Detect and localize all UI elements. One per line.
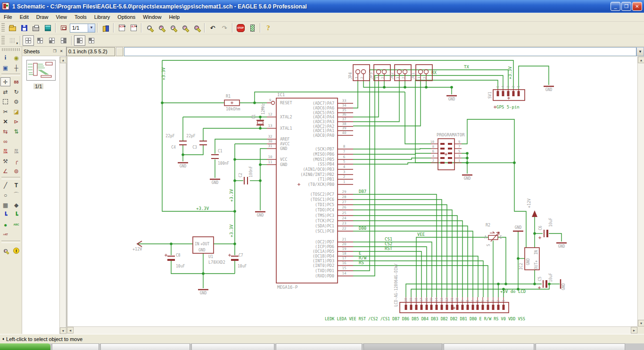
window-layout-1-button[interactable] (23, 35, 34, 46)
errors-tool[interactable]: ! (11, 246, 21, 255)
close-panel-button[interactable]: ✕ (58, 48, 65, 55)
component-programator[interactable]: PROGRAMATOR10987654321 (430, 133, 465, 170)
cut-tool[interactable]: ✂ (0, 107, 10, 116)
print-button[interactable] (30, 23, 41, 33)
wire-tool[interactable]: ╱ (0, 181, 10, 190)
menu-file[interactable]: File (0, 13, 16, 21)
go-button[interactable] (247, 23, 258, 33)
change-tool[interactable]: ⚙ (11, 97, 21, 106)
grid-button[interactable]: ▾ (7, 35, 18, 46)
switch-to-board-button[interactable] (58, 23, 69, 33)
supply-symbols[interactable]: +12V+12V (132, 199, 537, 251)
component-jp1[interactable]: 12JP1 (411, 65, 432, 81)
scroll-down-icon[interactable]: ▼ (638, 320, 644, 326)
menu-help[interactable]: Help (165, 13, 183, 21)
invoke-tool[interactable]: ⊚ (11, 167, 21, 175)
float-panel-button[interactable]: ❐ (51, 48, 58, 55)
component-r1[interactable]: R110kOhm (224, 94, 240, 111)
gateswap-tool[interactable]: ⇅ (11, 127, 21, 136)
window-layout-4-button[interactable] (58, 35, 69, 46)
vertical-scrollbar[interactable]: ▲ ▼ (637, 57, 644, 326)
copy-tool[interactable]: 88 (11, 77, 21, 86)
redo-button[interactable]: ↷ (219, 23, 230, 33)
taskbar-button[interactable] (536, 343, 625, 350)
stop-button[interactable]: STOP (235, 23, 246, 33)
start-button[interactable] (0, 343, 50, 350)
component-jp4[interactable]: 12JP4 (348, 65, 370, 81)
restore-button[interactable]: ❐ (621, 2, 631, 11)
polygon-tool[interactable]: ◆ (11, 200, 21, 209)
scroll-up-icon[interactable]: ▲ (60, 57, 66, 63)
split-tool[interactable]: ∠ (0, 167, 10, 175)
sheets-scrollbar[interactable]: ▲ ▼ (59, 57, 66, 334)
component-ic1[interactable]: IC1MEGA16-P9RESET12XTAL213XTAL132AREF30A… (267, 92, 353, 290)
window-split-2-button[interactable] (86, 35, 97, 46)
smash-tool[interactable]: ⚒ (0, 157, 10, 166)
component-lcd[interactable]: 2019181716151413121110987654321LCD-AG-12… (325, 263, 525, 321)
help-button[interactable]: ? (263, 23, 274, 33)
schematic[interactable]: +3.3V+3.3V+3.3V+3.3V+3.3V+5V do LCDDB7DB… (67, 57, 638, 326)
run-ulp-button[interactable]: ULP▾ (128, 23, 139, 33)
label-tool[interactable]: ABC (11, 220, 21, 229)
undo-button[interactable]: ↶ (207, 23, 218, 33)
rect-tool[interactable]: ▦ (0, 200, 10, 209)
mark-tool[interactable]: ┼ (11, 63, 21, 72)
sheet-thumbnail[interactable] (26, 60, 56, 81)
window-split-1-button[interactable] (74, 35, 85, 46)
chevron-down-icon[interactable]: ▼ (88, 24, 95, 32)
component-q1[interactable]: Q112MHz (252, 103, 265, 125)
menu-options[interactable]: Options (114, 13, 139, 21)
taskbar-button[interactable] (100, 343, 190, 350)
command-input[interactable] (124, 47, 636, 56)
rotate-tool[interactable]: ↻ (11, 87, 21, 96)
show-tool[interactable]: ◉ (11, 53, 21, 62)
window-layout-3-button[interactable] (46, 35, 58, 46)
menu-view[interactable]: View (52, 13, 71, 21)
menu-draw[interactable]: Draw (33, 13, 52, 21)
value-tool[interactable]: R210k (11, 147, 21, 156)
scroll-right-icon[interactable]: ► (631, 327, 637, 333)
zoom-select-button[interactable]: ≡ (179, 23, 190, 33)
circle-tool[interactable]: ○ (0, 191, 10, 200)
miter-tool[interactable]: ╭ (11, 157, 21, 166)
taskbar-button[interactable] (444, 343, 534, 350)
component-sv1[interactable]: 54321SV1GPS 5-pin (488, 86, 525, 109)
minimize-button[interactable]: _ (611, 2, 620, 11)
component-jp3[interactable]: 12JP3 (369, 65, 390, 81)
move-tool[interactable]: ✛ (0, 77, 10, 86)
schematic-canvas[interactable]: +3.3V+3.3V+3.3V+3.3V+3.3V+5V do LCDDB7DB… (67, 57, 637, 326)
scroll-left-icon[interactable]: ◄ (67, 327, 74, 333)
junction-tool[interactable]: ● (0, 220, 10, 229)
net-tool[interactable]: ┗ (11, 210, 21, 219)
run-script-button[interactable]: SCR▾ (116, 23, 127, 33)
save-button[interactable] (18, 23, 30, 33)
open-button[interactable] (7, 23, 18, 33)
zoom-in-button[interactable]: + (156, 23, 167, 33)
coordinate-mini-button[interactable] (116, 47, 123, 56)
info-tool[interactable]: i (0, 53, 10, 62)
scroll-down-icon[interactable]: ▼ (60, 327, 66, 334)
scroll-up-icon[interactable]: ▲ (638, 57, 644, 63)
window-layout-2-button[interactable] (34, 35, 46, 46)
taskbar-button[interactable] (276, 343, 362, 350)
taskbar-button-active[interactable] (363, 343, 442, 350)
component-jp2[interactable]: 12JP2 (390, 65, 411, 81)
menu-edit[interactable]: Edit (16, 13, 33, 21)
close-button[interactable]: ✕ (632, 2, 642, 11)
pinswap-tool[interactable]: ⇆ (0, 127, 10, 136)
replace-tool[interactable]: ∞ (0, 137, 10, 146)
attribute-tool[interactable]: >AT (0, 230, 10, 239)
component-u1[interactable]: IN+OUTGNDU1L78XXD2 (193, 237, 225, 265)
command-history-dropdown[interactable]: ▼ (636, 47, 644, 56)
mirror-tool[interactable]: ⇄ (0, 87, 10, 96)
horizontal-scrollbar[interactable]: ◄ ► (67, 326, 637, 334)
gnd-symbols[interactable]: GNDGNDGNDGNDGNDGNDGNDGNDGNDGND (178, 86, 567, 295)
cam-processor-button[interactable] (42, 23, 53, 33)
erc-tool[interactable]: • (0, 246, 10, 255)
taskbar-button[interactable] (191, 343, 274, 350)
zoom-redraw-button[interactable]: ▭ (191, 23, 202, 33)
group-tool[interactable] (0, 97, 10, 106)
delete-tool[interactable]: ✕ (0, 117, 10, 126)
paste-tool[interactable]: ◪ (11, 107, 21, 116)
add-tool[interactable]: ⊳ (11, 117, 21, 126)
